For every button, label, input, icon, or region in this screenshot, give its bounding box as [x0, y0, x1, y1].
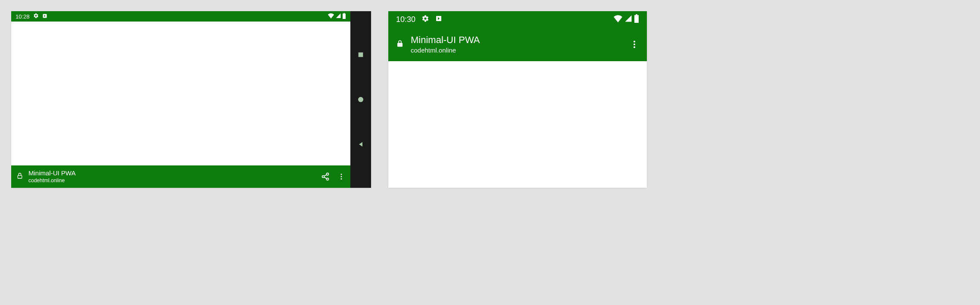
svg-point-8 — [341, 176, 342, 177]
device-portrait: 10:30 Minimal-UI PWA codehtml — [388, 11, 647, 188]
svg-point-16 — [634, 44, 635, 45]
lock-icon — [396, 39, 404, 50]
signal-icon — [624, 15, 632, 25]
gear-icon — [421, 15, 429, 25]
app-bar-actions — [321, 172, 345, 181]
more-vert-icon[interactable] — [630, 40, 639, 49]
status-bar: 10:28 — [11, 11, 350, 22]
svg-rect-2 — [343, 13, 345, 13]
wifi-icon — [613, 15, 623, 25]
svg-rect-10 — [359, 53, 363, 57]
svg-rect-13 — [634, 15, 639, 23]
app-indicator-icon — [42, 13, 47, 20]
nav-rail — [350, 11, 371, 188]
app-indicator-icon — [435, 15, 442, 24]
svg-point-17 — [634, 46, 635, 48]
app-info: Minimal-UI PWA codehtml.online — [28, 169, 316, 184]
clock: 10:28 — [16, 13, 30, 20]
svg-point-5 — [322, 176, 325, 178]
svg-rect-1 — [343, 13, 346, 19]
more-vert-icon[interactable] — [337, 173, 345, 181]
device-landscape: 10:28 — [11, 11, 371, 188]
status-right — [328, 13, 346, 20]
recents-button[interactable] — [357, 51, 364, 58]
app-subtitle: codehtml.online — [411, 47, 623, 55]
content-area — [11, 22, 350, 165]
status-left: 10:28 — [16, 13, 47, 20]
signal-icon — [335, 13, 341, 20]
screen: 10:28 — [11, 11, 350, 188]
home-button[interactable] — [357, 96, 365, 103]
svg-point-7 — [341, 174, 342, 175]
app-subtitle: codehtml.online — [28, 177, 316, 184]
wifi-icon — [328, 13, 334, 20]
battery-icon — [634, 14, 639, 25]
app-title: Minimal-UI PWA — [28, 169, 316, 177]
back-button[interactable] — [357, 141, 364, 148]
svg-point-15 — [634, 41, 635, 43]
clock: 10:30 — [396, 15, 415, 24]
svg-point-9 — [341, 178, 342, 180]
share-icon[interactable] — [321, 172, 330, 181]
status-bar: 10:30 — [388, 11, 647, 28]
app-bar: Minimal-UI PWA codehtml.online — [11, 165, 350, 188]
svg-point-11 — [358, 97, 363, 102]
app-title: Minimal-UI PWA — [411, 34, 623, 46]
app-bar: Minimal-UI PWA codehtml.online — [388, 28, 647, 61]
lock-icon — [16, 172, 23, 181]
app-info: Minimal-UI PWA codehtml.online — [411, 34, 623, 55]
battery-icon — [342, 13, 346, 20]
gear-icon — [33, 13, 39, 20]
content-area — [388, 61, 647, 188]
svg-rect-14 — [636, 14, 637, 15]
status-left: 10:30 — [396, 15, 442, 25]
svg-rect-3 — [18, 175, 22, 178]
status-right — [613, 14, 639, 25]
svg-point-6 — [327, 178, 329, 180]
svg-point-4 — [327, 173, 329, 175]
